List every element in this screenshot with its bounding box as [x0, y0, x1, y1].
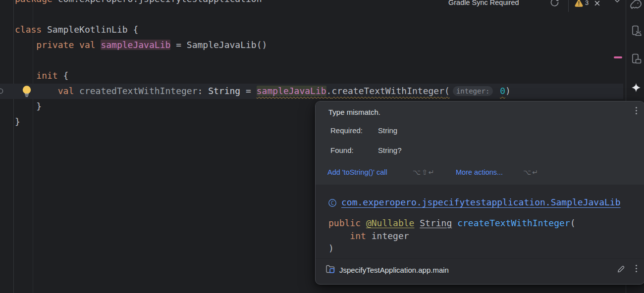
doc-signature: public @Nullable String createTextWithIn…	[328, 217, 576, 255]
doc-kebab-menu-icon[interactable]	[636, 265, 637, 272]
required-label: Required:	[330, 126, 363, 135]
error-popup: Type mismatch. Required: String Found: S…	[315, 101, 644, 285]
close-icon[interactable]	[594, 0, 600, 6]
sync-icon[interactable]	[549, 0, 559, 7]
tool-stripe-button[interactable]	[629, 23, 644, 38]
gemini-sparkle-icon	[630, 82, 642, 94]
class-icon: C	[328, 198, 337, 207]
found-label: Found:	[330, 146, 354, 154]
svg-text:C: C	[331, 200, 334, 206]
module-label: JspecifyTestApplication.app.main	[339, 266, 449, 274]
scrollbar-change-marker[interactable]	[614, 56, 622, 58]
edit-pencil-icon[interactable]	[617, 264, 626, 273]
header-separator	[568, 0, 569, 12]
doc-class-link[interactable]: com.experopero.jspecifytestapplication.S…	[341, 197, 621, 207]
gutter-partial-icon	[0, 88, 4, 95]
code-line[interactable]	[15, 52, 511, 68]
gutter-separator	[13, 0, 14, 293]
more-actions-shortcut: ⌥↵	[523, 168, 539, 176]
more-actions-link[interactable]: More actions...	[456, 168, 503, 176]
tool-stripe-button[interactable]	[629, 0, 644, 12]
code-line[interactable]: val createdTextWithInteger: String = sam…	[15, 83, 511, 98]
gradle-sync-label[interactable]: Gradle Sync Required	[448, 0, 519, 6]
code-line[interactable]: private val sampleJavaLib = SampleJavaLi…	[15, 37, 511, 52]
quick-fix-shortcut: ⌥⇧↵	[413, 168, 435, 176]
found-value: String?	[378, 146, 402, 154]
code-line[interactable]	[15, 6, 511, 22]
required-value: String	[378, 126, 397, 135]
tooltip-kebab-menu-icon[interactable]	[636, 107, 637, 114]
tool-stripe-button[interactable]	[629, 51, 644, 66]
code-line[interactable]: package com.experopero.jspecifytestappli…	[15, 0, 511, 6]
doc-signature-line[interactable]: public @Nullable String createTextWithIn…	[328, 217, 576, 230]
doc-signature-line[interactable]: )	[328, 242, 576, 255]
running-devices-icon	[630, 25, 642, 37]
module-folder-icon	[325, 263, 336, 274]
android-studio-editor: { "header": { "gradle_sync_label": "Grad…	[0, 0, 644, 293]
doc-footer-separator	[316, 258, 644, 259]
warning-count[interactable]: 3	[585, 0, 589, 6]
gradle-icon	[630, 0, 643, 11]
error-title: Type mismatch.	[328, 108, 380, 116]
layout-inspector-icon	[630, 53, 642, 65]
quick-fix-link[interactable]: Add 'toString()' call	[327, 168, 387, 176]
tool-stripe-button[interactable]	[629, 80, 644, 95]
warning-triangle-icon[interactable]	[575, 0, 583, 7]
code-line[interactable]: class SampleKotlinLib {	[15, 22, 511, 37]
doc-signature-line[interactable]: int integer	[328, 230, 576, 243]
error-tooltip-section: Type mismatch. Required: String Found: S…	[316, 101, 644, 185]
chevron-down-icon[interactable]	[614, 0, 621, 4]
code-line[interactable]: init {	[15, 68, 511, 83]
